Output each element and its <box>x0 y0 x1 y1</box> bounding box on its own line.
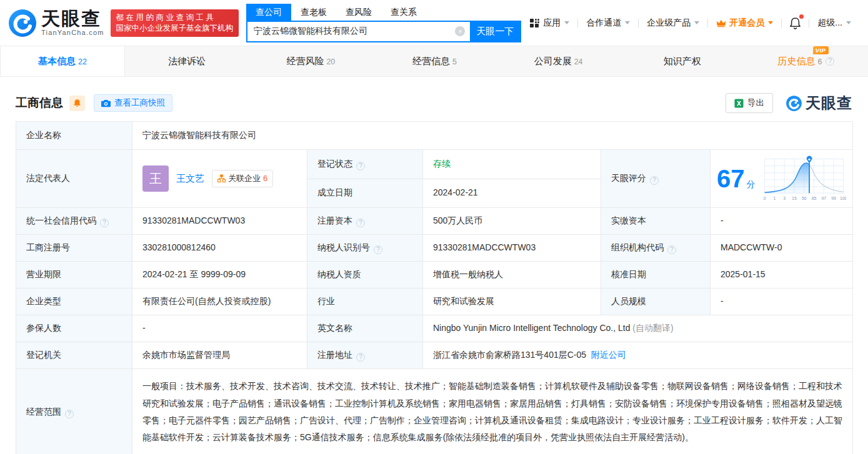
field-label: 成立日期 <box>307 179 423 208</box>
chevron-down-icon <box>625 21 630 24</box>
tab-label: 法律诉讼 <box>168 56 206 67</box>
table-row: 企业类型 有限责任公司(自然人投资或控股) 行业 研究和试验发展 人员规模 - <box>16 289 853 315</box>
page: 天眼查 TianYanCha.com 都在用的商业查询工具 国家中小企业发展子基… <box>0 0 868 454</box>
search-tab-risk[interactable]: 查风险 <box>336 4 381 21</box>
business-term-value: 2024-02-21 至 9999-09-09 <box>132 262 307 289</box>
watermark-text: 天眼查 <box>806 93 852 113</box>
related-companies-badge[interactable]: 关联企业 6 <box>212 170 273 187</box>
monitor-bell-button[interactable] <box>69 96 85 111</box>
search-input[interactable] <box>247 22 470 41</box>
help-icon[interactable] <box>356 219 365 227</box>
search-tab-boss[interactable]: 查老板 <box>291 4 336 21</box>
legal-rep-cell: 王 王文艺 关联企业 6 <box>132 150 307 208</box>
help-icon[interactable] <box>826 57 834 66</box>
avatar[interactable]: 王 <box>142 165 169 192</box>
help-icon[interactable] <box>374 245 382 254</box>
related-count: 6 <box>263 172 267 185</box>
help-icon[interactable] <box>667 245 676 254</box>
reg-status-value: 存续 <box>423 150 601 179</box>
establish-date-value: 2024-02-21 <box>423 179 601 208</box>
search-box: 天眼一下 <box>246 21 521 42</box>
business-snapshot-button[interactable]: 查看工商快照 <box>94 94 172 112</box>
field-label: 注册资本 <box>307 208 423 235</box>
help-icon[interactable] <box>650 176 659 185</box>
table-row: 经营范围 一般项目：技术服务、技术开发、技术咨询、技术交流、技术转让、技术推广；… <box>16 369 853 454</box>
help-icon[interactable] <box>65 410 74 418</box>
notification-dot <box>799 14 804 19</box>
company-name-value: 宁波云锦微智能科技有限公司 <box>132 122 853 150</box>
status-badge: 存续 <box>433 159 451 169</box>
search-tab-company[interactable]: 查公司 <box>246 4 291 21</box>
svg-text:3: 3 <box>783 196 786 200</box>
table-row: 参保人数 - 英文名称 Ningbo Yunjin Micro Intellig… <box>16 315 853 342</box>
export-button[interactable]: 导出 <box>726 93 773 113</box>
field-label: 英文名称 <box>307 315 423 342</box>
section-tab-bar: 基本信息 22 法律诉讼 经营风险 20 经营信息 5 公司发展 24 知识产权… <box>0 46 868 77</box>
reg-address-value: 浙江省余姚市俞家桥路131号401层C-05 附近公司 <box>423 342 853 369</box>
tab-legal-litigation[interactable]: 法律诉讼 <box>125 46 249 76</box>
svg-text:1: 1 <box>773 196 776 200</box>
svg-text:15: 15 <box>792 196 797 200</box>
nav-partner-channel[interactable]: 合作通道 <box>578 17 638 29</box>
english-name-value: Ningbo Yunjin Micro Intelligent Technolo… <box>423 315 853 342</box>
auto-translate-note: (自动翻译) <box>632 323 673 333</box>
staff-size-value: - <box>711 289 853 315</box>
approval-date-value: 2025-01-15 <box>711 262 853 289</box>
table-row: 登记机关 余姚市市场监督管理局 注册地址 浙江省余姚市俞家桥路131号401层C… <box>16 342 853 369</box>
tab-label: 知识产权 <box>664 56 701 67</box>
business-info-table: 企业名称 宁波云锦微智能科技有限公司 法定代表人 王 王文艺 关 <box>16 121 853 454</box>
svg-text:85: 85 <box>811 196 816 200</box>
top-header: 天眼查 TianYanCha.com 都在用的商业查询工具 国家中小企业发展子基… <box>0 0 868 46</box>
excel-icon <box>734 99 744 108</box>
nav-super-account[interactable]: 超级... <box>809 17 859 29</box>
field-label: 实缴资本 <box>601 208 711 235</box>
taxpayer-id-value: 91330281MADCCWTW03 <box>423 235 601 262</box>
tab-basic-info[interactable]: 基本信息 22 <box>0 46 125 76</box>
legal-rep-link[interactable]: 王文艺 <box>176 171 204 185</box>
nav-open-membership[interactable]: 开通会员 <box>708 17 781 29</box>
tab-count: 20 <box>326 57 335 66</box>
field-label: 天眼评分 <box>601 150 711 208</box>
industry-value: 研究和试验发展 <box>423 289 601 315</box>
tab-business-info[interactable]: 经营信息 5 <box>372 46 496 76</box>
help-icon[interactable] <box>100 219 109 227</box>
slogan-badge: 都在用的商业查询工具 国家中小企业发展子基金旗下机构 <box>111 9 239 37</box>
tab-business-risk[interactable]: 经营风险 20 <box>249 46 372 76</box>
help-icon[interactable] <box>356 353 365 362</box>
nav-enterprise-products[interactable]: 企业级产品 <box>639 17 707 29</box>
header-nav: 应用 合作通道 企业级产品 开通会员 <box>521 14 859 32</box>
tab-count: 6 <box>817 57 822 66</box>
tab-label: 基本信息 <box>38 56 76 67</box>
tab-intellectual-property[interactable]: 知识产权 <box>621 46 744 76</box>
section-head: 工商信息 查看工商快照 导出 <box>16 93 852 113</box>
nearby-companies-link[interactable]: 附近公司 <box>591 350 626 360</box>
field-label: 组织机构代码 <box>601 235 711 262</box>
field-label: 登记状态 <box>307 150 423 179</box>
search-tab-relation[interactable]: 查关系 <box>381 4 426 21</box>
credit-code-value: 91330281MADCCWTW03 <box>132 208 307 235</box>
nav-apps[interactable]: 应用 <box>521 17 577 29</box>
table-row: 工商注册号 330281000812460 纳税人识别号 91330281MAD… <box>16 235 853 262</box>
svg-text:100: 100 <box>840 196 846 200</box>
tab-history-info[interactable]: 历史信息 VIP 6 <box>744 46 868 76</box>
score-distribution-chart: 0 1 3 15 50 85 97 99 100 <box>762 154 847 204</box>
bell-icon <box>73 99 81 107</box>
field-label: 统一社会信用代码 <box>16 208 132 235</box>
notification-bell-button[interactable] <box>782 17 809 29</box>
search-button[interactable]: 天眼一下 <box>470 22 520 41</box>
field-label: 人员规模 <box>601 289 711 315</box>
watermark-logo: 天眼查 <box>786 93 852 113</box>
score-cell[interactable]: 67分 <box>711 150 853 208</box>
tab-label: 历史信息 <box>777 56 815 66</box>
tab-company-development[interactable]: 公司发展 24 <box>497 46 621 76</box>
tianyancha-logo[interactable]: 天眼查 TianYanCha.com <box>7 8 104 38</box>
tab-label: 经营信息 <box>412 56 450 67</box>
svg-text:99: 99 <box>831 196 836 200</box>
tab-label: 经营风险 <box>286 56 324 67</box>
company-type-value: 有限责任公司(自然人投资或控股) <box>132 289 307 315</box>
table-row: 企业名称 宁波云锦微智能科技有限公司 <box>16 122 853 150</box>
help-icon[interactable] <box>356 162 365 170</box>
clear-search-icon[interactable] <box>455 26 465 36</box>
crown-icon <box>716 19 726 27</box>
field-label: 纳税人识别号 <box>307 235 423 262</box>
